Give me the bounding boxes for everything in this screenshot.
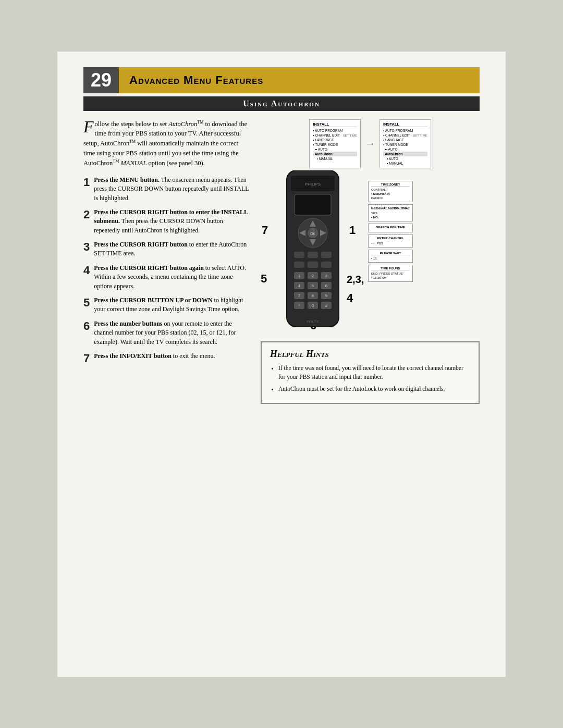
- menu-item: •• AUTO: [313, 147, 357, 152]
- step-7: 7 Press the INFO/EXIT button to exit the…: [83, 352, 250, 364]
- step-2-number: 2: [83, 208, 90, 220]
- svg-text:PHILIPS: PHILIPS: [307, 320, 319, 323]
- menu-screen-1-title: INSTALL: [313, 122, 357, 127]
- menu-item: • LANGUAGE: [313, 138, 357, 142]
- step-label-5: 5: [261, 272, 267, 286]
- menu-item: • AUTO: [383, 156, 427, 161]
- ss-item: YES: [371, 211, 410, 215]
- steps-list: 1 Press the MENU button. The onscreen me…: [83, 176, 250, 364]
- intro-body: ollow the steps below to set AutoChronTM…: [83, 120, 247, 167]
- menu-item: • MANUAL: [383, 161, 427, 166]
- svg-rect-16: [321, 262, 332, 268]
- ss-title: PLEASE WAIT: [371, 252, 410, 255]
- svg-rect-14: [294, 262, 304, 268]
- menu-screen-2: INSTALL • AUTO PROGRAM • CHANNEL EDIT SE…: [380, 119, 431, 168]
- ss-item-no: NO: [371, 215, 410, 219]
- right-column: INSTALL • AUTO PROGRAM • CHANNEL EDIT SE…: [261, 119, 480, 404]
- main-content: F ollow the steps below to set AutoChron…: [83, 119, 480, 404]
- step-4-text: Press the CURSOR RIGHT button again to s…: [94, 264, 250, 291]
- ss-item: CENTRAL: [371, 188, 410, 192]
- menu-item: • CHANNEL EDIT SET TIME: [313, 133, 357, 138]
- svg-text:0: 0: [312, 303, 314, 308]
- svg-text:5: 5: [312, 283, 314, 288]
- page-header: 29 Advanced Menu Features: [83, 67, 480, 93]
- svg-text:9: 9: [325, 293, 328, 298]
- step-1-text: Press the MENU button. The onscreen menu…: [94, 176, 250, 203]
- step-6-text: Press the number buttons on your remote …: [94, 319, 250, 347]
- ss-title: TIME ZONE?: [371, 183, 410, 187]
- step-7-number: 7: [83, 352, 90, 364]
- ss-title: TIME FOUND: [371, 267, 410, 270]
- ss-item-time: 11:35 AM: [371, 276, 410, 280]
- menu-item: • AUTO PROGRAM: [383, 128, 427, 133]
- svg-text:PHILIPS: PHILIPS: [305, 182, 321, 187]
- set-time-label: SET TIME: [343, 134, 357, 137]
- menu-item: • MANUAL: [313, 156, 357, 161]
- enter-channel-screen: ENTER CHANNEL - - PBS: [368, 235, 413, 248]
- step-label-7: 7: [262, 224, 268, 237]
- step-2: 2 Press the CURSOR RIGHT button to enter…: [83, 208, 250, 235]
- menu-screenshots: INSTALL • AUTO PROGRAM • CHANNEL EDIT SE…: [261, 119, 480, 168]
- step-5-number: 5: [83, 296, 90, 309]
- step-3: 3 Press the CURSOR RIGHT button to enter…: [83, 240, 250, 258]
- step-4-number: 4: [83, 264, 90, 276]
- menu-item: • TUNER MODE: [313, 142, 357, 147]
- arrow-icon: →: [365, 119, 375, 168]
- svg-text:*: *: [298, 303, 300, 308]
- step-7-text: Press the INFO/EXIT button to exit the m…: [94, 352, 215, 361]
- helpful-hints-box: Helpful Hints If the time was not found,…: [261, 341, 480, 404]
- svg-text:4: 4: [298, 283, 301, 288]
- svg-text:3: 3: [325, 274, 328, 278]
- intro-text: F ollow the steps below to set AutoChron…: [83, 119, 250, 168]
- ss-item-count: 15: [371, 256, 410, 261]
- remote-illustration: 7 1 5 2,3, 4 6 PHILIPS: [261, 170, 365, 337]
- svg-rect-12: [308, 252, 318, 258]
- helpful-hint-item: If the time was not found, you will need…: [278, 364, 470, 382]
- menu-item: AutoChron: [313, 152, 357, 156]
- svg-rect-15: [308, 262, 318, 268]
- menu-screen-2-title: INSTALL: [383, 122, 427, 127]
- page-title-text: Advanced Menu Features: [129, 73, 263, 87]
- ss-title: SEARCH FOR TIME: [371, 226, 410, 229]
- ss-item: PACIFIC: [371, 196, 410, 200]
- step-1-number: 1: [83, 176, 90, 188]
- section-title: Using Autochron: [83, 96, 480, 111]
- svg-text:7: 7: [298, 293, 301, 298]
- side-screens: TIME ZONE? CENTRAL MOUNTAIN PACIFIC DAYL…: [368, 181, 413, 282]
- svg-rect-3: [295, 194, 331, 215]
- page: 29 Advanced Menu Features Using Autochro…: [57, 52, 506, 677]
- step-6: 6 Press the number buttons on your remot…: [83, 319, 250, 347]
- step-2-text: Press the CURSOR RIGHT button to enter t…: [94, 208, 250, 235]
- step-5: 5 Press the CURSOR BUTTON UP or DOWN to …: [83, 296, 250, 314]
- svg-text:2: 2: [312, 274, 314, 278]
- step-1: 1 Press the MENU button. The onscreen me…: [83, 176, 250, 203]
- menu-item: AutoChron: [383, 152, 427, 156]
- menu-item: • LANGUAGE: [383, 138, 427, 142]
- daylight-saving-screen: DAYLIGHT SAVING TIME? YES NO: [368, 204, 413, 221]
- svg-rect-11: [294, 252, 304, 258]
- step-3-number: 3: [83, 240, 90, 253]
- svg-text:#: #: [325, 303, 328, 308]
- svg-rect-13: [321, 252, 332, 258]
- step-6-number: 6: [83, 319, 90, 332]
- menu-item: • TUNER MODE: [383, 142, 427, 147]
- drop-cap: F: [83, 119, 94, 134]
- ss-title: ENTER CHANNEL: [371, 237, 410, 240]
- helpful-hint-item: AutoChron must be set for the AutoLock t…: [278, 385, 470, 393]
- menu-item: • AUTO PROGRAM: [313, 128, 357, 133]
- ss-title: DAYLIGHT SAVING TIME?: [371, 206, 410, 210]
- step-4: 4 Press the CURSOR RIGHT button again to…: [83, 264, 250, 291]
- svg-text:OK: OK: [310, 232, 315, 236]
- set-time-label: SET TIME: [413, 134, 427, 137]
- diagram-row: 7 1 5 2,3, 4 6 PHILIPS: [261, 170, 480, 337]
- step-3-text: Press the CURSOR RIGHT button to enter t…: [94, 240, 250, 258]
- svg-text:1: 1: [298, 274, 301, 278]
- ss-item-mountain: MOUNTAIN: [371, 192, 410, 196]
- time-found-screen: TIME FOUND END: PRESS STATUS 11:35 AM: [368, 265, 413, 282]
- ss-item: END: PRESS STATUS: [371, 272, 410, 276]
- page-title: Advanced Menu Features: [119, 67, 480, 93]
- menu-item: • CHANNEL EDIT SET TIME: [383, 133, 427, 138]
- svg-text:6: 6: [325, 283, 328, 288]
- left-column: F ollow the steps below to set AutoChron…: [83, 119, 250, 404]
- remote-svg: PHILIPS OK: [271, 170, 354, 337]
